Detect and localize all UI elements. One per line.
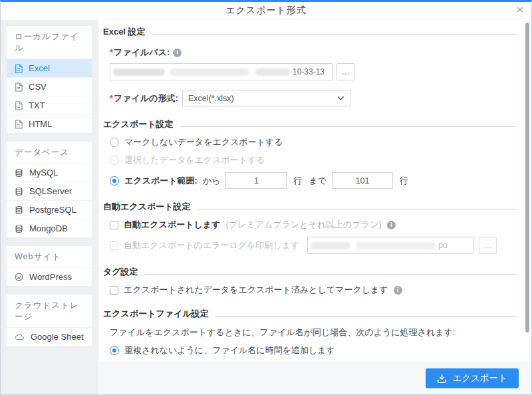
sidebar-group-cloud-storage: クラウドストレージ Google Sheet (7, 295, 92, 346)
file-icon (15, 101, 23, 110)
range-to-word: まで (309, 175, 327, 187)
file-icon (15, 120, 23, 129)
range-from-input[interactable]: 1 (225, 172, 287, 189)
redacted-text (113, 68, 165, 76)
export-button-label: エクスポート (452, 372, 507, 384)
info-icon[interactable]: i (387, 221, 396, 229)
file-path-input[interactable]: 10-33-13 (110, 63, 332, 80)
close-icon[interactable]: × (517, 4, 523, 16)
sidebar-item-label: MongoDB (29, 223, 68, 233)
section-rule (215, 316, 517, 317)
radio-icon[interactable] (110, 346, 119, 355)
file-path-label-row: *ファイルパス: i (110, 47, 517, 59)
section-rule (145, 274, 517, 275)
sidebar-item-label: TXT (29, 100, 45, 110)
scrollbar-thumb[interactable] (525, 23, 529, 332)
section-rule (180, 126, 517, 127)
radio-icon[interactable] (110, 176, 119, 186)
sidebar-group-label: ローカルファイル (7, 26, 92, 59)
row-unit-label: 行 (400, 175, 408, 187)
redacted-text (311, 242, 350, 249)
chevron-down-icon (337, 96, 344, 100)
sidebar-group-label: データベース (7, 142, 92, 163)
export-icon (437, 374, 447, 384)
sidebar-item-mongodb[interactable]: MongoDB (7, 219, 92, 237)
file-icon (15, 82, 23, 92)
sidebar-item-label: Excel (29, 63, 50, 73)
database-icon (15, 224, 23, 233)
auto-export-note: (プレミアムプランとそれ以上のプラン) (225, 219, 381, 231)
section-export-settings: エクスポート設定 (103, 118, 517, 130)
info-icon[interactable]: i (394, 286, 402, 295)
checkbox-auto-export[interactable]: 自動エクスポートします (プレミアムプランとそれ以上のプラン) i (110, 219, 517, 231)
section-rule (152, 34, 517, 35)
sidebar-item-wordpress[interactable]: WordPress (7, 267, 92, 286)
radio-label: 重複されないように、ファイル名に時間を追加します (124, 344, 335, 356)
radio-add-time[interactable]: 重複されないように、ファイル名に時間を追加します (110, 344, 517, 356)
sidebar-item-label: CSV (29, 82, 47, 92)
export-button[interactable]: エクスポート (426, 368, 519, 388)
radio-icon[interactable] (110, 138, 119, 147)
sidebar-item-mysql[interactable]: MySQL (7, 163, 92, 182)
checkbox-error-log[interactable]: 自動エクスポートのエラーログを印刷します po … (110, 237, 517, 254)
sidebar-item-excel[interactable]: Excel (7, 59, 92, 77)
section-heading: エクスポートファイル設定 (103, 308, 209, 320)
error-log-path-input[interactable]: po (307, 237, 473, 254)
section-heading: タグ設定 (103, 266, 138, 278)
sidebar-item-label: PostgreSQL (29, 205, 76, 215)
file-path-visible-text: 10-33-13 (293, 67, 325, 76)
sidebar-item-label: Google Sheet (31, 332, 84, 342)
file-conflict-intro: ファイルをエクスポートするときに、ファイル名が同じ場合、次のように処理されます: (110, 327, 517, 338)
info-icon[interactable]: i (173, 49, 182, 57)
wordpress-icon (15, 273, 23, 281)
database-icon (15, 187, 23, 196)
auto-export-label: 自動エクスポートします (124, 219, 220, 231)
radio-icon[interactable] (110, 156, 119, 165)
row-unit-label: 行 (293, 175, 302, 187)
sidebar-group-local-files: ローカルファイル Excel CSV TXT HTML (7, 26, 92, 133)
section-heading: Excel 設定 (103, 26, 146, 38)
sidebar-item-txt[interactable]: TXT (7, 96, 92, 114)
section-excel-settings: Excel 設定 (103, 26, 517, 38)
sidebar-item-google-sheet[interactable]: Google Sheet (7, 327, 92, 346)
sidebar-group-label: Webサイト (7, 246, 92, 267)
section-rule (198, 209, 517, 209)
cloud-icon (15, 333, 25, 340)
checkbox-icon[interactable] (110, 241, 118, 250)
sidebar-item-csv[interactable]: CSV (7, 77, 92, 96)
dialog-footer: エクスポート (99, 362, 531, 394)
browse-file-path-button[interactable]: … (336, 63, 354, 80)
radio-label: マークしないデータをエクスポートする (124, 136, 283, 148)
range-from-word: から (203, 175, 221, 187)
radio-export-unmarked[interactable]: マークしないデータをエクスポートする (110, 136, 517, 148)
range-to-input[interactable]: 101 (332, 172, 393, 189)
file-format-label: ファイルの形式: (114, 92, 178, 104)
database-icon (15, 205, 23, 215)
sidebar-item-label: WordPress (29, 272, 72, 282)
file-format-select[interactable]: Excel(*.xlsx) (182, 90, 350, 106)
sidebar-item-label: HTML (29, 119, 52, 129)
error-log-visible-text: po (438, 241, 447, 250)
file-format-value: Excel(*.xlsx) (188, 94, 234, 103)
radio-label: 選択したデータをエクスポートする (124, 154, 265, 166)
required-asterisk: * (110, 93, 113, 103)
checkbox-icon[interactable] (110, 286, 118, 295)
sidebar-item-label: MySQL (29, 168, 58, 178)
section-heading: エクスポート設定 (103, 118, 174, 130)
range-label: エクスポート範囲: (124, 175, 198, 187)
sidebar-item-html[interactable]: HTML (7, 114, 92, 133)
dialog-titlebar: エクスポート形式 × (1, 2, 531, 19)
radio-export-selected-data[interactable]: 選択したデータをエクスポートする (110, 154, 517, 166)
redacted-text (170, 68, 249, 76)
sidebar-item-sqlserver[interactable]: SQLServer (7, 182, 92, 200)
sidebar-item-postgresql[interactable]: PostgreSQL (7, 200, 92, 219)
redacted-text (356, 242, 436, 249)
file-conflict-intro-text: ファイルをエクスポートするときに、ファイル名が同じ場合、次のように処理されます: (110, 327, 455, 338)
redacted-text (255, 68, 290, 76)
radio-export-range[interactable]: エクスポート範囲: から 1 行 まで 101 行 (110, 172, 517, 189)
checkbox-icon[interactable] (110, 221, 118, 229)
sidebar-group-website: Webサイト WordPress (7, 246, 92, 286)
vertical-scrollbar[interactable] (525, 21, 530, 360)
browse-error-log-button[interactable]: … (479, 237, 497, 254)
checkbox-mark-exported[interactable]: エクスポートされたデータをエクスポート済みとしてマークします i (110, 284, 517, 296)
